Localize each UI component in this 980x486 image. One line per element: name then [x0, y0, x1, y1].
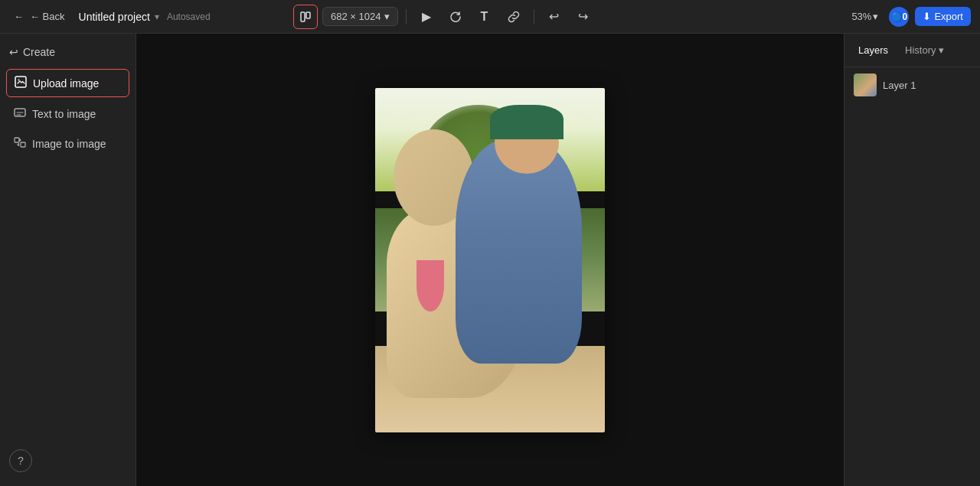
tab-layers[interactable]: Layers — [851, 40, 896, 60]
project-title[interactable]: Untitled project — [79, 11, 150, 23]
header: ← ← Back Untitled project ▾ Autosaved 68… — [0, 0, 980, 34]
right-panel: Layers History ▾ Layer 1 — [844, 34, 980, 486]
sidebar: ↩ Create Upload image Text to image — [0, 34, 136, 486]
canvas-dimensions: 682 × 1024 — [331, 11, 381, 22]
svg-rect-1 — [306, 12, 310, 18]
back-label: ← Back — [16, 11, 65, 22]
right-panel-tabs: Layers History ▾ — [844, 34, 980, 67]
header-right: 53% ▾ 🔵 0 ⬇ Export — [847, 7, 971, 27]
link-icon — [508, 11, 520, 23]
text-to-image-label: Text to image — [32, 108, 96, 120]
canvas-image — [375, 88, 605, 432]
export-label: Export — [934, 11, 963, 22]
main-body: ↩ Create Upload image Text to image — [0, 34, 980, 486]
canvas-icon — [299, 11, 312, 23]
svg-rect-0 — [301, 12, 305, 21]
sidebar-item-image-to-image[interactable]: Image to image — [6, 130, 129, 157]
create-arrow-icon: ↩ — [9, 46, 18, 58]
zoom-chevron-icon: ▾ — [873, 11, 878, 22]
rotate-button[interactable] — [443, 5, 468, 29]
help-button[interactable]: ? — [9, 449, 32, 472]
collab-count: 0 — [903, 11, 908, 22]
layer-item[interactable]: Layer 1 — [844, 67, 980, 103]
sidebar-item-text-to-image[interactable]: Text to image — [6, 100, 129, 127]
layers-tab-label: Layers — [858, 44, 888, 56]
tab-history[interactable]: History ▾ — [899, 40, 950, 60]
create-label: Create — [23, 46, 55, 58]
toolbar-separator-2 — [534, 9, 534, 24]
export-button[interactable]: ⬇ Export — [915, 7, 971, 26]
svg-point-3 — [18, 80, 20, 81]
canvas-type-button[interactable] — [293, 5, 318, 29]
upload-image-label: Upload image — [33, 77, 99, 90]
svg-rect-6 — [21, 142, 25, 147]
sidebar-item-upload-image[interactable]: Upload image — [6, 69, 129, 97]
photo-dog-tongue — [416, 260, 444, 312]
layer-thumbnail — [854, 73, 877, 96]
text-to-image-icon — [14, 106, 26, 121]
layer-name: Layer 1 — [883, 80, 916, 91]
export-download-icon: ⬇ — [923, 11, 931, 22]
redo-icon: ↪ — [578, 9, 588, 24]
rotate-icon — [449, 11, 462, 23]
play-button[interactable]: ▶ — [414, 5, 439, 29]
back-button[interactable]: ← ← Back — [9, 8, 70, 25]
zoom-control[interactable]: 53% ▾ — [847, 8, 883, 25]
sidebar-footer: ? — [6, 443, 129, 478]
history-tab-label: History — [905, 44, 936, 56]
sidebar-create-header: ↩ Create — [6, 41, 129, 66]
canvas-size-display[interactable]: 682 × 1024 ▾ — [322, 7, 397, 26]
image-to-image-icon — [14, 136, 26, 151]
toolbar-separator-1 — [406, 9, 407, 24]
image-to-image-label: Image to image — [32, 138, 106, 150]
text-icon: T — [481, 10, 488, 24]
collab-badge[interactable]: 🔵 0 — [889, 7, 909, 27]
upload-image-icon — [15, 76, 27, 90]
autosaved-status: Autosaved — [167, 11, 211, 22]
redo-button[interactable]: ↪ — [571, 5, 596, 29]
zoom-level: 53% — [851, 11, 871, 22]
undo-icon: ↩ — [549, 9, 559, 24]
text-button[interactable]: T — [472, 5, 497, 29]
title-chevron-icon[interactable]: ▾ — [155, 11, 159, 22]
svg-rect-5 — [15, 138, 19, 142]
undo-button[interactable]: ↩ — [542, 5, 567, 29]
link-button[interactable] — [501, 5, 526, 29]
project-title-group: Untitled project ▾ Autosaved — [79, 11, 211, 23]
help-icon: ? — [18, 455, 24, 467]
collab-icon: 🔵 — [891, 11, 903, 22]
canvas-size-chevron-icon: ▾ — [384, 11, 390, 22]
header-center-tools: 682 × 1024 ▾ ▶ T ↩ ↪ — [293, 5, 595, 29]
photo-boy-cap — [490, 105, 564, 139]
canvas-area[interactable] — [136, 34, 844, 486]
history-chevron-icon: ▾ — [939, 44, 944, 56]
